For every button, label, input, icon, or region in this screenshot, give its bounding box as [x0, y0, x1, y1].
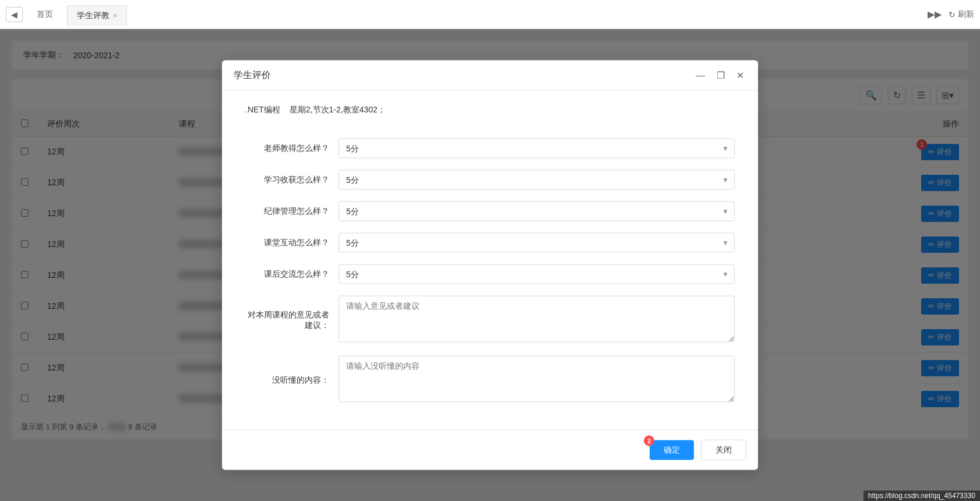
forward-arrows-button[interactable]: ▶▶	[928, 9, 942, 20]
form-control-4: 1分2分3分4分5分▼	[339, 264, 735, 284]
form-control-0: 1分2分3分4分5分▼	[339, 139, 735, 158]
tab-label: 学生评教	[77, 10, 110, 21]
maximize-button[interactable]: ❐	[714, 69, 727, 82]
form-label-6: 没听懂的内容：	[245, 375, 339, 385]
refresh-label: 刷新	[958, 9, 974, 20]
form-label-0: 老师教得怎么样？	[245, 143, 339, 154]
refresh-button[interactable]: ↻ 刷新	[949, 9, 974, 20]
form-control-6	[339, 356, 735, 404]
form-row-4: 课后交流怎么样？1分2分3分4分5分▼	[245, 264, 735, 284]
form-label-2: 纪律管理怎么样？	[245, 206, 339, 217]
confirm-button[interactable]: 确定	[650, 440, 694, 460]
form-row-5: 对本周课程的意见或者建议：	[245, 296, 735, 344]
dialog-close-button[interactable]: ✕	[734, 69, 746, 82]
course-name: .NET编程	[245, 105, 280, 115]
form-label-5: 对本周课程的意见或者建议：	[245, 309, 339, 330]
dialog-body: .NET编程 星期2,节次1-2,教室4302； 老师教得怎么样？1分2分3分4…	[222, 91, 758, 430]
evaluation-dialog: 学生评价 — ❐ ✕ .NET编程 星期2,节次1-2,教室4302； 老师教得…	[222, 61, 758, 470]
top-bar: ◀ 首页 学生评教 × ▶▶ ↻ 刷新	[0, 0, 980, 29]
dialog-title: 学生评价	[234, 69, 271, 82]
course-detail: 星期2,节次1-2,教室4302；	[290, 105, 386, 115]
form-textarea-6[interactable]	[339, 356, 735, 403]
close-dialog-button[interactable]: 关闭	[701, 440, 746, 461]
form-label-3: 课堂互动怎么样？	[245, 238, 339, 248]
form-select-3[interactable]: 1分2分3分4分5分	[339, 233, 735, 253]
url-bar: https://blog.csdn.net/qq_45473330	[863, 491, 980, 501]
form-row-0: 老师教得怎么样？1分2分3分4分5分▼	[245, 139, 735, 158]
form-control-3: 1分2分3分4分5分▼	[339, 233, 735, 253]
tab-close-icon[interactable]: ×	[113, 12, 117, 20]
confirm-badge-wrapper: 2 确定	[650, 440, 694, 460]
active-tab[interactable]: 学生评教 ×	[67, 5, 127, 26]
refresh-icon: ↻	[949, 10, 956, 19]
confirm-badge: 2	[644, 436, 654, 446]
form-control-1: 1分2分3分4分5分▼	[339, 170, 735, 190]
form-textarea-5[interactable]	[339, 296, 735, 343]
home-tab[interactable]: 首页	[27, 5, 62, 24]
dialog-footer: 2 确定 关闭	[222, 430, 758, 470]
form-select-4[interactable]: 1分2分3分4分5分	[339, 264, 735, 284]
form-select-2[interactable]: 1分2分3分4分5分	[339, 202, 735, 221]
form-row-6: 没听懂的内容：	[245, 356, 735, 404]
dialog-header: 学生评价 — ❐ ✕	[222, 61, 758, 91]
minimize-button[interactable]: —	[693, 69, 707, 82]
form-row-2: 纪律管理怎么样？1分2分3分4分5分▼	[245, 202, 735, 221]
main-content: 学年学期： 2020-2021-2 🔍 ↻ ☰ ⊞▾ 评价周次 课程 班级名称	[0, 29, 980, 501]
back-button[interactable]: ◀	[6, 7, 23, 22]
form-select-0[interactable]: 1分2分3分4分5分	[339, 139, 735, 158]
form-row-1: 学习收获怎么样？1分2分3分4分5分▼	[245, 170, 735, 190]
form-control-2: 1分2分3分4分5分▼	[339, 202, 735, 221]
form-label-4: 课后交流怎么样？	[245, 269, 339, 280]
form-row-3: 课堂互动怎么样？1分2分3分4分5分▼	[245, 233, 735, 253]
form-label-1: 学习收获怎么样？	[245, 175, 339, 185]
top-bar-right: ▶▶ ↻ 刷新	[928, 9, 974, 20]
dialog-header-buttons: — ❐ ✕	[693, 69, 746, 82]
form-fields: 老师教得怎么样？1分2分3分4分5分▼学习收获怎么样？1分2分3分4分5分▼纪律…	[245, 139, 735, 404]
form-select-1[interactable]: 1分2分3分4分5分	[339, 170, 735, 190]
course-info: .NET编程 星期2,节次1-2,教室4302；	[245, 105, 735, 125]
form-control-5	[339, 296, 735, 344]
